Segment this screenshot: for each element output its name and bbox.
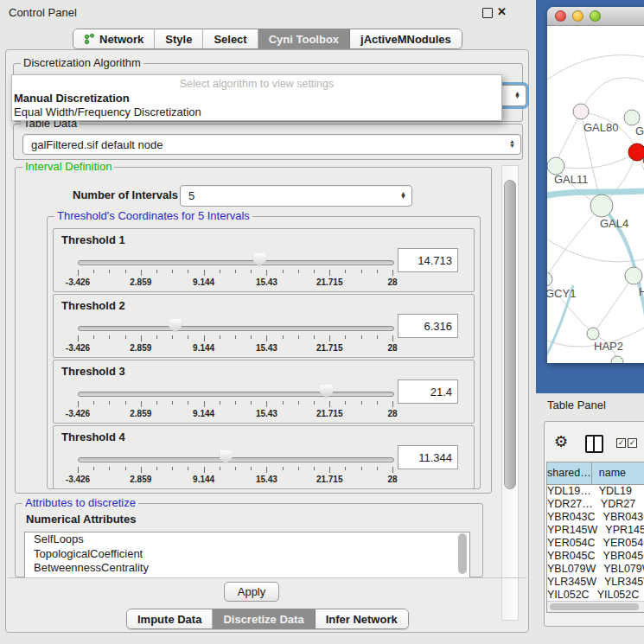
tab-impute-data[interactable]: Impute Data [127, 609, 213, 628]
slider-tick [141, 270, 142, 276]
cell-name: YDL19 [592, 485, 644, 498]
node-hap2[interactable] [587, 328, 599, 340]
node-gcy1[interactable] [547, 272, 552, 286]
threshold-value-field[interactable]: 6.316 [398, 314, 458, 338]
tab-discretize-data[interactable]: Discretize Data [213, 609, 315, 628]
threshold-value-field[interactable]: 11.344 [398, 445, 458, 469]
dropdown-placeholder-item[interactable]: Select algorithm to view settings [12, 78, 501, 92]
cell-shared-name: YDR27… [547, 498, 594, 511]
slider-tick [298, 270, 299, 273]
interval-definition-title: Interval Definition [22, 161, 114, 173]
node-bottom[interactable] [611, 356, 623, 363]
slider-track[interactable] [78, 260, 394, 265]
tab-style[interactable]: Style [155, 29, 203, 48]
dropdown-option-equal-width-frequency[interactable]: Equal Width/Frequency Discretization [12, 105, 501, 119]
tab-discretize-data-label: Discretize Data [223, 613, 303, 626]
table-row[interactable]: YDL19…YDL19 [547, 485, 644, 498]
table-row[interactable]: YPR145WYPR145W [547, 524, 644, 537]
attributes-list-scrollbar[interactable] [458, 533, 467, 574]
slider-tick [251, 401, 252, 405]
slider-scale-label: 2.859 [130, 343, 151, 353]
table-row[interactable]: YBL079WYBL079W [547, 563, 644, 576]
threshold-value-field[interactable]: 21.4 [398, 379, 458, 404]
slider-track[interactable] [78, 457, 394, 462]
node-gal11[interactable] [547, 157, 564, 175]
settings-scrollbar-thumb[interactable] [504, 180, 516, 489]
attribute-list-item[interactable]: BetweennessCentrality [25, 561, 469, 576]
slider-track[interactable] [78, 392, 394, 397]
algorithm-dropdown-popup: Select algorithm to view settings Manual… [11, 74, 502, 121]
cell-name: YBL079W [596, 563, 644, 576]
tab-network[interactable]: Network [73, 29, 155, 48]
slider-tick [345, 401, 346, 405]
slider-tick [93, 401, 94, 405]
slider-scale-label: 9.144 [193, 277, 214, 287]
network-nodes[interactable] [547, 104, 644, 363]
node-gal4[interactable] [590, 194, 613, 217]
zoom-traffic-light-icon[interactable] [590, 10, 601, 22]
gear-icon[interactable]: ⚙ [554, 432, 568, 451]
slider-track[interactable] [78, 326, 394, 331]
attribute-list-item[interactable]: TopologicalCoefficient [25, 547, 469, 562]
cell-name: YIL052C [590, 589, 644, 602]
threshold-box: Threshold 4-3.4262.8599.14415.4321.71528… [53, 425, 475, 489]
table-data-combobox[interactable]: galFiltered.sif default node ▲▼ [22, 134, 521, 155]
tab-cyni-toolbox[interactable]: Cyni Toolbox [258, 29, 350, 48]
top-tab-strip: Network Style Select Cyni Toolbox jActiv… [73, 29, 462, 49]
table-data-group: Table Data galFiltered.sif default node … [13, 124, 523, 160]
attribute-list-item[interactable]: SelfLoops [25, 532, 469, 547]
cell-name: YER054C [596, 537, 644, 550]
column-header-name[interactable]: name [592, 462, 644, 484]
slider-tick [78, 467, 79, 473]
node-label-partial-h: H [639, 285, 644, 298]
column-header-shared-name[interactable]: shared… [547, 462, 592, 484]
checkbox-icon[interactable]: ✓ [628, 438, 637, 448]
cell-shared-name: YBR043C [547, 511, 596, 524]
table-row[interactable]: YIL052CYIL052C [547, 589, 644, 602]
tab-network-label: Network [99, 33, 143, 46]
settings-vertical-scrollbar[interactable] [501, 165, 519, 621]
slider-scale-label: 15.43 [256, 343, 277, 353]
table-row[interactable]: YLR345WYLR345W [547, 576, 644, 589]
cell-shared-name: YBR045C [547, 550, 596, 563]
slider-tick [172, 335, 173, 339]
minimize-traffic-light-icon[interactable] [572, 10, 583, 22]
table-row[interactable]: YDR27…YDR27 [547, 498, 644, 511]
close-traffic-light-icon[interactable] [555, 10, 566, 22]
dropdown-option-manual-discretization[interactable]: Manual Discretization [12, 92, 501, 105]
table-row[interactable]: YBR045CYBR045C [547, 550, 644, 563]
apply-button[interactable]: Apply [224, 582, 279, 602]
split-columns-icon[interactable] [585, 435, 603, 453]
table-row[interactable]: YBR043CYBR043C [547, 511, 644, 524]
checkbox-icon[interactable]: ✓ [616, 438, 626, 448]
threshold-label: Threshold 4 [61, 430, 125, 443]
combo-stepper-icon: ▲▼ [509, 140, 515, 148]
slider-scale-label: -3.426 [66, 475, 90, 484]
table-hscrollbar-thumb[interactable] [550, 603, 639, 610]
slider-tick [314, 270, 315, 273]
numerical-attributes-list[interactable]: SelfLoopsTopologicalCoefficientBetweenne… [24, 532, 470, 578]
network-canvas[interactable]: GAL80 G C GAL11 GAL4 GCY1 H HAP2 [547, 26, 644, 363]
slider-tick [220, 270, 220, 273]
node-partial-h[interactable] [625, 267, 642, 284]
tab-infer-network[interactable]: Infer Network [316, 609, 408, 628]
slider-tick [235, 270, 236, 273]
slider-tick [125, 270, 126, 273]
slider-scale-label: 21.715 [316, 277, 343, 287]
cell-shared-name: YIL052C [547, 589, 590, 602]
table-horizontal-scrollbar[interactable] [547, 601, 644, 612]
float-window-icon[interactable] [482, 8, 493, 18]
close-icon[interactable]: ✕ [497, 5, 507, 18]
slider-scale-label: 9.144 [193, 475, 214, 484]
tab-select[interactable]: Select [203, 29, 258, 48]
number-of-intervals-combobox[interactable]: 5 ▲▼ [180, 185, 412, 207]
tab-jactivemnodules[interactable]: jActiveMNodules [350, 29, 462, 48]
node-gal80[interactable] [573, 104, 589, 119]
threshold-value-field[interactable]: 14.713 [398, 248, 458, 272]
slider-tick [204, 270, 205, 276]
tab-style-label: Style [165, 33, 192, 46]
slider-tick [125, 467, 126, 470]
table-row[interactable]: YER054CYER054C [547, 537, 644, 550]
node-partial-g[interactable] [624, 110, 640, 125]
node-label-gal80: GAL80 [583, 121, 618, 134]
